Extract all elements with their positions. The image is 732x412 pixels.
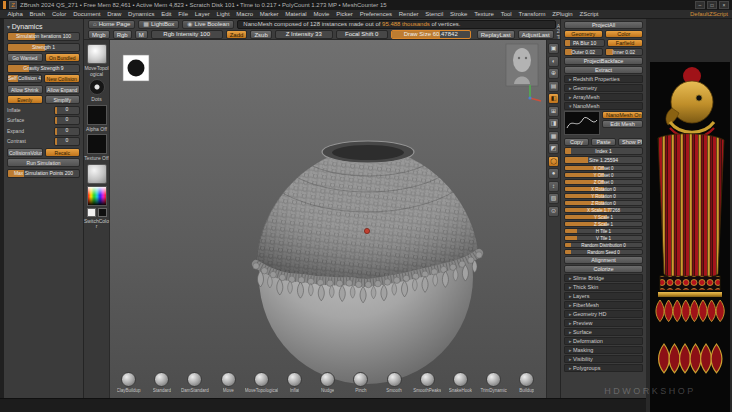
- current-stroke-thumbnail[interactable]: [89, 79, 105, 95]
- dyn-gravity-strength-slider[interactable]: Gravity Strength 9: [7, 64, 80, 73]
- dyn-max-simulation-points-slider[interactable]: Max Simulation Points 200: [7, 169, 80, 178]
- menu-alpha[interactable]: Alpha: [4, 10, 26, 18]
- subpalette-slime-bridge-header[interactable]: Slime Bridge: [564, 274, 643, 282]
- dynamics-panel-title[interactable]: Dynamics: [7, 21, 80, 32]
- nanomesh-z-offset-slider[interactable]: Z Offset 0: [564, 179, 643, 185]
- switch-color-button[interactable]: SwitchColor: [84, 219, 110, 230]
- nanomesh-y-rotation-slider[interactable]: Y Rotation 0: [564, 193, 643, 199]
- pan-canvas-icon[interactable]: ⊙: [548, 206, 559, 217]
- subpalette-arraymesh-header[interactable]: ArrayMesh: [564, 93, 643, 101]
- brush-thumb-smooth[interactable]: Smooth: [378, 372, 411, 398]
- menu-texture[interactable]: Texture: [471, 10, 497, 18]
- actual-size-icon[interactable]: ▤: [548, 81, 559, 92]
- color-picker[interactable]: [87, 186, 107, 206]
- brush-thumb-standard[interactable]: Standard: [145, 372, 178, 398]
- menu-brush[interactable]: Brush: [26, 10, 48, 18]
- brush-thumb-nudge[interactable]: Nudge: [311, 372, 344, 398]
- dyn-allow-shrink-button[interactable]: Allow Shrink: [7, 85, 43, 94]
- menu-marker[interactable]: Marker: [256, 10, 281, 18]
- nanomesh-random-seed-slider[interactable]: Random Seed 0: [564, 249, 643, 255]
- subpalette-geometry-hd-header[interactable]: Geometry HD: [564, 310, 643, 318]
- dyn-allow-expand-button[interactable]: Allow Expand: [45, 85, 81, 94]
- nanomesh-y-offset-slider[interactable]: Y Offset 0: [564, 172, 643, 178]
- current-material-thumbnail[interactable]: [87, 164, 107, 184]
- nanomesh-v-tile-slider[interactable]: V Tile 1: [564, 235, 643, 241]
- subpalette-surface-header[interactable]: Surface: [564, 328, 643, 336]
- brush-thumb-inflat[interactable]: Inflat: [278, 372, 311, 398]
- focal-shift-slider[interactable]: Focal Shift 0: [336, 30, 388, 39]
- menu-macro[interactable]: Macro: [233, 10, 256, 18]
- brush-thumb-pinch[interactable]: Pinch: [344, 372, 377, 398]
- farfield-button[interactable]: Farfield: [607, 39, 643, 47]
- main-color-swatch[interactable]: [87, 208, 96, 217]
- brush-thumb-buildup[interactable]: Buildup: [510, 372, 543, 398]
- nanomesh-z-scale-slider[interactable]: Z Scale 1: [564, 221, 643, 227]
- menu-tool[interactable]: Tool: [497, 10, 515, 18]
- paint-mode-m[interactable]: M: [135, 30, 148, 39]
- dyn-on-bundled-button[interactable]: On Bundled: [45, 53, 81, 62]
- scroll-canvas-icon[interactable]: ◐: [548, 56, 559, 67]
- outer-slider[interactable]: Outer 0.02: [564, 48, 603, 56]
- dyn-go-wanted-button[interactable]: Go Wanted: [7, 53, 43, 62]
- nanomesh-header[interactable]: NanoMesh: [564, 102, 643, 110]
- paint-mode-mrgb[interactable]: Mrgb: [88, 30, 110, 39]
- subpalette-geometry-header[interactable]: Geometry: [564, 84, 643, 92]
- shelf-adjustlast-button[interactable]: AdjustLast: [518, 30, 554, 39]
- nanomesh-copy-button[interactable]: Copy: [564, 138, 589, 146]
- nanomesh-z-rotation-slider[interactable]: Z Rotation 0: [564, 200, 643, 206]
- nanomesh-show-placement-button[interactable]: Show Placement: [618, 138, 643, 146]
- alignment-button[interactable]: Alignment: [564, 256, 643, 264]
- maximize-button[interactable]: □: [707, 1, 717, 9]
- current-brush-thumbnail[interactable]: [87, 44, 107, 64]
- bpr-render-icon[interactable]: ▣: [548, 43, 559, 54]
- nanomesh-y-scale-slider[interactable]: Y Scale 1: [564, 214, 643, 220]
- dyn-recalc-button[interactable]: Recalc: [45, 148, 81, 157]
- brush-thumb-move[interactable]: Move: [212, 372, 245, 398]
- brush-thumb-damstandard[interactable]: DamStandard: [178, 372, 211, 398]
- menu-zplugin[interactable]: ZPlugin: [549, 10, 576, 18]
- canvas-scene[interactable]: [110, 40, 546, 398]
- brush-thumb-trimdynamic[interactable]: TrimDynamic: [477, 372, 510, 398]
- brush-thumb-smoothpeaks[interactable]: SmoothPeaks: [411, 372, 444, 398]
- edit-mesh-button[interactable]: Edit Mesh: [602, 120, 643, 128]
- dyn-collisionsvolume-button[interactable]: CollisionsVolume: [7, 148, 43, 157]
- project-all-button[interactable]: ProjectAll: [564, 21, 643, 29]
- secondary-color-swatch[interactable]: [98, 208, 107, 217]
- dyn-run-simulation-button[interactable]: Run Simulation: [7, 158, 80, 167]
- solo-icon[interactable]: ●: [548, 168, 559, 179]
- redshift-properties-header[interactable]: Redshift Properties: [564, 75, 643, 83]
- default-zscript-button[interactable]: DefaultZScript: [690, 11, 728, 17]
- nanomesh-x-offset-slider[interactable]: X Offset 0: [564, 165, 643, 171]
- paint-mode-rgb[interactable]: Rgb: [113, 30, 132, 39]
- geometry-toggle[interactable]: Geometry: [564, 30, 603, 38]
- subpalette-deformation-header[interactable]: Deformation: [564, 337, 643, 345]
- ghost-icon[interactable]: ◯: [548, 156, 559, 167]
- sculpt-mode-zadd[interactable]: Zadd: [226, 30, 248, 39]
- zoom-canvas-icon[interactable]: ⊕: [548, 68, 559, 79]
- document-canvas[interactable]: [110, 40, 546, 398]
- close-button[interactable]: ×: [719, 1, 729, 9]
- dyn-contrast-mini-slider[interactable]: 0: [54, 137, 80, 146]
- subpalette-masking-header[interactable]: Masking: [564, 346, 643, 354]
- nanomesh-paste-button[interactable]: Paste: [591, 138, 616, 146]
- sculpt-mode-zsub[interactable]: Zsub: [250, 30, 271, 39]
- brush-thumb-claybuildup[interactable]: ClayBuildup: [112, 372, 145, 398]
- z-intensity-slider[interactable]: Z Intensity 33: [275, 30, 333, 39]
- menu-document[interactable]: Document: [70, 10, 104, 18]
- menu-dynamics[interactable]: Dynamics: [125, 10, 158, 18]
- menu-color[interactable]: Color: [49, 10, 70, 18]
- frame-icon[interactable]: ▧: [548, 193, 559, 204]
- transparency-icon[interactable]: ◩: [548, 143, 559, 154]
- menu-draw[interactable]: Draw: [104, 10, 125, 18]
- tab-lightbox[interactable]: ▦LightBox: [138, 20, 179, 29]
- draw-size-slider[interactable]: Draw Size 60.47842: [391, 30, 471, 39]
- menu-layer[interactable]: Layer: [191, 10, 213, 18]
- persp-icon[interactable]: ◧: [548, 93, 559, 104]
- nanomesh-x-rotation-slider[interactable]: X Rotation 0: [564, 186, 643, 192]
- current-alpha-thumbnail[interactable]: [87, 105, 107, 125]
- project-backface-button[interactable]: ProjectBackface: [564, 57, 643, 65]
- local-symmetry-icon[interactable]: ◨: [548, 118, 559, 129]
- menu-file[interactable]: File: [175, 10, 191, 18]
- current-texture-thumbnail[interactable]: [87, 134, 107, 154]
- shelf-replaylast-button[interactable]: ReplayLast: [477, 30, 515, 39]
